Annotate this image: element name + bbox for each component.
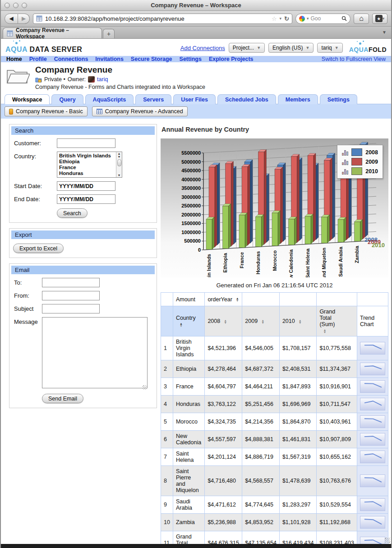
nav-item-settings[interactable]: Settings [180, 56, 202, 62]
magnifier-icon[interactable] [341, 16, 347, 21]
search-box[interactable]: ▾ Goo [295, 14, 350, 24]
subject-input[interactable] [42, 304, 100, 313]
workspace-advanced-button[interactable]: Company Revenue - Advanced [92, 106, 188, 116]
trend-sparkline[interactable] [360, 537, 385, 544]
header-country[interactable]: Country▲▼ [173, 306, 205, 336]
trend-chart-cell[interactable] [357, 514, 388, 531]
search-engine-dropdown-icon[interactable]: ▾ [307, 16, 309, 21]
back-button[interactable]: ◀ [5, 14, 18, 24]
trend-sparkline[interactable] [360, 451, 385, 463]
bookmark-star-icon[interactable]: ☆ [272, 15, 277, 22]
trend-chart-cell[interactable] [357, 360, 388, 378]
language-dropdown[interactable]: English (US)▼ [268, 43, 314, 53]
tab-servers[interactable]: Servers [135, 94, 171, 104]
trend-chart-cell[interactable] [357, 336, 388, 360]
tab-settings[interactable]: Settings [320, 94, 357, 104]
list-tabs-icon[interactable]: ▼ [382, 30, 387, 35]
customer-input[interactable] [57, 138, 115, 148]
scroll-down-icon[interactable]: ▼ [118, 174, 121, 177]
country-option[interactable]: British Virgin Islands [59, 153, 114, 159]
trend-chart-cell[interactable] [357, 378, 388, 396]
trend-chart-cell[interactable] [357, 396, 388, 413]
country-options[interactable]: British Virgin IslandsEthiopiaFranceHond… [57, 152, 116, 177]
owner-link[interactable]: tariq [97, 76, 108, 83]
tab-scheduled-jobs[interactable]: Scheduled Jobs [217, 94, 276, 104]
sort-icon[interactable]: ▲▼ [299, 319, 302, 324]
nav-item-connections[interactable]: Connections [54, 56, 88, 62]
header-2010[interactable]: 2010▲▼ [279, 306, 317, 336]
home-button[interactable]: ⌂ [354, 14, 369, 24]
tab-user-files[interactable]: User Files [173, 94, 216, 104]
add-connections-link[interactable]: Add Connections [180, 45, 225, 51]
sort-icon[interactable]: ▲▼ [224, 319, 227, 324]
window-bottom-edge [1, 544, 391, 548]
scroll-up-icon[interactable]: ▲ [118, 152, 121, 155]
trend-sparkline[interactable] [360, 433, 385, 446]
workspace-basic-button[interactable]: Company Revenue - Basic [5, 106, 88, 116]
header-grand-total[interactable]: Grand Total (Sum)▲▼ [317, 306, 357, 336]
to-input[interactable] [42, 278, 100, 287]
sort-icon[interactable]: ▲▼ [261, 319, 264, 324]
send-email-button[interactable]: Send Email [42, 394, 83, 403]
end-date-input[interactable] [57, 194, 115, 204]
trend-sparkline[interactable] [360, 516, 385, 529]
country-option[interactable]: Honduras [59, 170, 114, 176]
scrollbar-thumb[interactable] [117, 159, 121, 166]
url-dropdown-icon[interactable]: ▾ [280, 16, 282, 21]
trend-sparkline[interactable] [360, 474, 385, 487]
trend-chart-cell[interactable] [357, 413, 388, 431]
tab-workspace[interactable]: Workspace [5, 94, 50, 104]
country-option[interactable]: Ethiopia [59, 159, 114, 165]
fullscreen-view-link[interactable]: Switch to Fullscreen View [322, 56, 386, 62]
trend-sparkline[interactable] [360, 342, 385, 355]
sort-icon[interactable]: ▲▼ [236, 297, 239, 302]
listbox-scrollbar[interactable]: ▲ ▼ ▼ [116, 152, 122, 177]
chevron-down-icon: ▼ [257, 46, 261, 50]
new-tab-button[interactable]: + [103, 29, 115, 38]
user-dropdown[interactable]: tariq▼ [317, 43, 342, 53]
start-date-input[interactable] [57, 181, 115, 191]
country-listbox[interactable]: British Virgin IslandsEthiopiaFranceHond… [57, 152, 122, 178]
forward-button[interactable]: ▶ [18, 14, 30, 24]
trend-chart-cell[interactable] [357, 496, 388, 514]
header-2008[interactable]: 2008▲▼ [205, 306, 242, 336]
row-number: 10 [161, 514, 173, 531]
tab-members[interactable]: Members [278, 94, 318, 104]
trend-sparkline[interactable] [360, 498, 385, 511]
value-2009-cell: $4,546,005 [242, 336, 280, 360]
trend-sparkline[interactable] [360, 380, 385, 393]
tab-query[interactable]: Query [51, 94, 83, 104]
sort-icon[interactable]: ▲▼ [323, 329, 326, 333]
resize-grip-icon[interactable] [143, 385, 147, 390]
trend-sparkline[interactable] [360, 363, 385, 375]
from-input[interactable] [42, 291, 100, 300]
nav-item-explore-projects[interactable]: Explore Projects [209, 56, 254, 62]
url-bar[interactable]: 10.168.2.39:8082/app/home/project/compan… [33, 14, 292, 24]
nav-item-invitations[interactable]: Invitations [95, 56, 124, 62]
project-dropdown[interactable]: Project...▼ [229, 43, 265, 53]
window-resize-grip[interactable] [385, 538, 390, 543]
reload-icon[interactable]: ↻ [284, 15, 289, 22]
nav-item-home[interactable]: Home [6, 56, 22, 62]
search-engine-text[interactable]: Goo [311, 15, 340, 22]
export-to-excel-button[interactable]: Export to Excel [13, 244, 64, 253]
trend-sparkline[interactable] [360, 415, 385, 428]
tab-aquascripts[interactable]: AquaScripts [85, 94, 134, 104]
trend-chart-cell[interactable] [357, 466, 388, 496]
trend-chart-cell[interactable] [357, 431, 388, 448]
scroll-down-icon[interactable]: ▼ [118, 155, 121, 158]
search-button[interactable]: Search [57, 208, 88, 218]
header-orderyear[interactable]: orderYear▲▼ [205, 293, 242, 306]
country-option[interactable]: France [59, 165, 114, 170]
trend-chart-cell[interactable] [357, 531, 388, 544]
browser-tab[interactable]: Company Revenue – Workspace [3, 28, 102, 38]
message-textarea[interactable] [42, 317, 148, 388]
nav-item-secure-storage[interactable]: Secure Storage [131, 56, 172, 62]
url-text[interactable]: 10.168.2.39:8082/app/home/project/compan… [45, 15, 269, 22]
sort-icon[interactable]: ▲▼ [180, 322, 183, 327]
header-2009[interactable]: 2009▲▼ [242, 306, 280, 336]
trend-sparkline[interactable] [360, 398, 385, 410]
nav-item-profile[interactable]: Profile [29, 56, 47, 62]
bookmarks-button[interactable]: ★▾ [372, 14, 387, 24]
trend-chart-cell[interactable] [357, 448, 388, 466]
